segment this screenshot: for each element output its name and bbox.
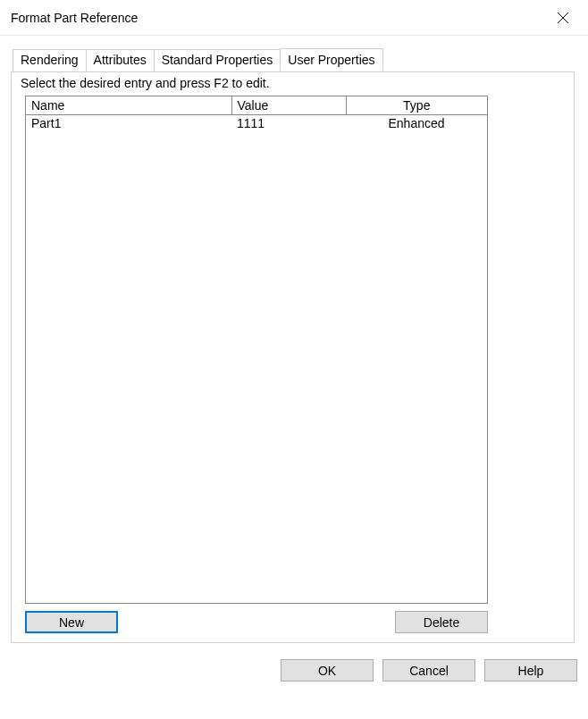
ok-button[interactable]: OK <box>281 659 374 681</box>
properties-table[interactable]: Name Value Type Part1 1111 Enhanced <box>26 96 487 132</box>
close-button[interactable] <box>545 4 581 32</box>
cancel-button[interactable]: Cancel <box>382 659 475 681</box>
tab-panel-user-properties: Select the desired entry and press F2 to… <box>11 71 575 643</box>
table-row[interactable]: Part1 1111 Enhanced <box>26 114 487 132</box>
header-value[interactable]: Value <box>231 96 346 114</box>
tab-rendering[interactable]: Rendering <box>13 49 87 72</box>
instruction-text: Select the desired entry and press F2 to… <box>21 76 565 90</box>
dialog-button-row: OK Cancel Help <box>0 652 588 681</box>
header-type[interactable]: Type <box>346 96 487 114</box>
cell-type[interactable]: Enhanced <box>346 114 487 132</box>
tab-attributes[interactable]: Attributes <box>86 49 155 72</box>
tab-standard-properties[interactable]: Standard Properties <box>154 49 281 72</box>
titlebar: Format Part Reference <box>0 0 588 36</box>
tab-user-properties[interactable]: User Properties <box>280 48 382 71</box>
delete-button[interactable]: Delete <box>395 611 488 633</box>
window-title: Format Part Reference <box>11 11 138 25</box>
new-button[interactable]: New <box>25 611 118 633</box>
action-button-row: New Delete <box>25 611 488 633</box>
tab-strip: Rendering Attributes Standard Properties… <box>11 48 577 71</box>
close-icon <box>558 13 568 23</box>
cell-value[interactable]: 1111 <box>231 114 346 132</box>
header-name[interactable]: Name <box>26 96 231 114</box>
table-header-row: Name Value Type <box>26 96 487 114</box>
dialog-content: Rendering Attributes Standard Properties… <box>0 36 588 652</box>
help-button[interactable]: Help <box>484 659 577 681</box>
cell-name[interactable]: Part1 <box>26 114 231 132</box>
properties-table-container: Name Value Type Part1 1111 Enhanced <box>25 96 488 604</box>
